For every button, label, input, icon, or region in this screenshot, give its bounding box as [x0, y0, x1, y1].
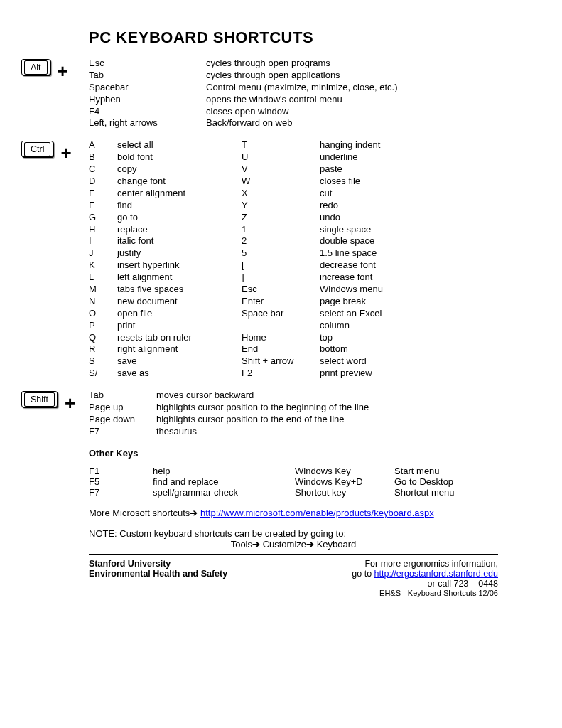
- alt-table: Esccycles through open programsTabcycles…: [89, 58, 498, 129]
- more-shortcuts-line: More Microsoft shortcuts➔ http://www.mic…: [89, 508, 498, 518]
- cell: column: [320, 320, 498, 332]
- cell: End: [242, 343, 320, 355]
- more-shortcuts-link[interactable]: http://www.microsoft.com/enable/products…: [200, 508, 434, 518]
- footer-org1: Stanford University: [89, 559, 227, 569]
- cell: N: [89, 296, 117, 308]
- footer-info2-prefix: go to: [352, 569, 374, 579]
- ctrl-table: Aselect allThanging indentBbold fontUund…: [89, 139, 498, 380]
- cell: Q: [89, 332, 117, 344]
- cell: highlights cursor position to the beginn…: [156, 402, 498, 414]
- cell: Shift + arrow: [242, 355, 320, 368]
- cell: M: [89, 284, 117, 296]
- cell: select all: [117, 139, 242, 151]
- cell: G: [89, 212, 117, 224]
- cell: find: [117, 200, 242, 212]
- cell: 5: [242, 247, 320, 259]
- cell: justify: [117, 247, 242, 259]
- cell: S: [89, 355, 117, 368]
- cell: A: [89, 139, 117, 151]
- cell: redo: [320, 200, 498, 212]
- page-title: PC KEYBOARD SHORTCUTS: [89, 28, 498, 47]
- cell: Z: [242, 212, 320, 224]
- cell: closes open window: [206, 106, 498, 118]
- cell: Page down: [89, 414, 156, 426]
- cell: go to: [117, 212, 242, 224]
- alt-keycap-label: Alt: [24, 60, 48, 75]
- cell: F: [89, 200, 117, 212]
- cell: closes file: [320, 176, 498, 188]
- cell: W: [242, 176, 320, 188]
- cell: increase font: [320, 272, 498, 284]
- cell: 1.5 line space: [320, 247, 498, 259]
- alt-keycap: Alt: [21, 59, 50, 75]
- cell: Windows menu: [320, 284, 498, 296]
- cell: U: [242, 151, 320, 164]
- cell: highlights cursor position to the end of…: [156, 414, 498, 426]
- footer-info4: EH&S - Keyboard Shortcuts 12/06: [352, 589, 498, 597]
- cell: Go to Desktop: [394, 476, 498, 487]
- cell: Tab: [89, 390, 156, 402]
- note-line1: NOTE: Custom keyboard shortcuts can be c…: [89, 528, 498, 539]
- cell: C: [89, 164, 117, 176]
- cell: E: [89, 188, 117, 200]
- cell: Start menu: [394, 466, 498, 476]
- cell: Windows Key+D: [295, 476, 394, 487]
- footer-rule: [89, 554, 498, 555]
- cell: Spacebar: [89, 82, 206, 94]
- cell: bold font: [117, 151, 242, 164]
- cell: replace: [117, 224, 242, 236]
- arrow-icon: ➔: [190, 508, 198, 518]
- cell: right alignment: [117, 343, 242, 355]
- cell: opens the window's control menu: [206, 94, 498, 106]
- cell: P: [89, 320, 117, 332]
- cell: F2: [242, 368, 320, 380]
- note-tools: Tools: [231, 539, 252, 550]
- cell: O: [89, 308, 117, 320]
- cell: Space bar: [242, 308, 320, 320]
- cell: L: [89, 272, 117, 284]
- cell: top: [320, 332, 498, 344]
- cell: thesaurus: [156, 426, 498, 438]
- cell: F4: [89, 106, 206, 118]
- cell: save: [117, 355, 242, 368]
- footer-info3: or call 723 – 0448: [352, 579, 498, 589]
- cell: [: [242, 259, 320, 272]
- cell: Esc: [242, 284, 320, 296]
- cell: B: [89, 151, 117, 164]
- cell: print: [117, 320, 242, 332]
- cell: single space: [320, 224, 498, 236]
- cell: D: [89, 176, 117, 188]
- shift-section: Shift + Tabmoves cursor backwardPage uph…: [21, 390, 498, 438]
- cell: ]: [242, 272, 320, 284]
- cell: Home: [242, 332, 320, 344]
- plus-icon: +: [60, 144, 71, 162]
- cell: V: [242, 164, 320, 176]
- cell: italic font: [117, 235, 242, 247]
- cell: Left, right arrows: [89, 117, 206, 129]
- footer-link[interactable]: http://ergostanford.stanford.edu: [374, 569, 498, 579]
- cell: Shortcut key: [295, 487, 394, 498]
- cell: new document: [117, 296, 242, 308]
- cell: Windows Key: [295, 466, 394, 476]
- arrow-icon: ➔: [252, 539, 260, 550]
- shift-keycap: Shift: [21, 391, 58, 407]
- cell: change font: [117, 176, 242, 188]
- cell: cut: [320, 188, 498, 200]
- cell: X: [242, 188, 320, 200]
- ctrl-section: Ctrl + Aselect allThanging indentBbold f…: [21, 139, 498, 380]
- cell: Shortcut menu: [394, 487, 498, 498]
- cell: 2: [242, 235, 320, 247]
- cell: open file: [117, 308, 242, 320]
- cell: Page up: [89, 402, 156, 414]
- cell: cycles through open programs: [206, 58, 498, 70]
- cell: double space: [320, 235, 498, 247]
- ctrl-keycap: Ctrl: [21, 141, 53, 157]
- cell: moves cursor backward: [156, 390, 498, 402]
- footer: Stanford University Environmental Health…: [89, 559, 498, 597]
- footer-info1: For more ergonomics information,: [352, 559, 498, 569]
- cell: F7: [89, 426, 156, 438]
- cell: [242, 320, 320, 332]
- shift-table: Tabmoves cursor backwardPage uphighlight…: [89, 390, 498, 438]
- shift-keycap-label: Shift: [24, 392, 55, 407]
- cell: F7: [89, 487, 153, 498]
